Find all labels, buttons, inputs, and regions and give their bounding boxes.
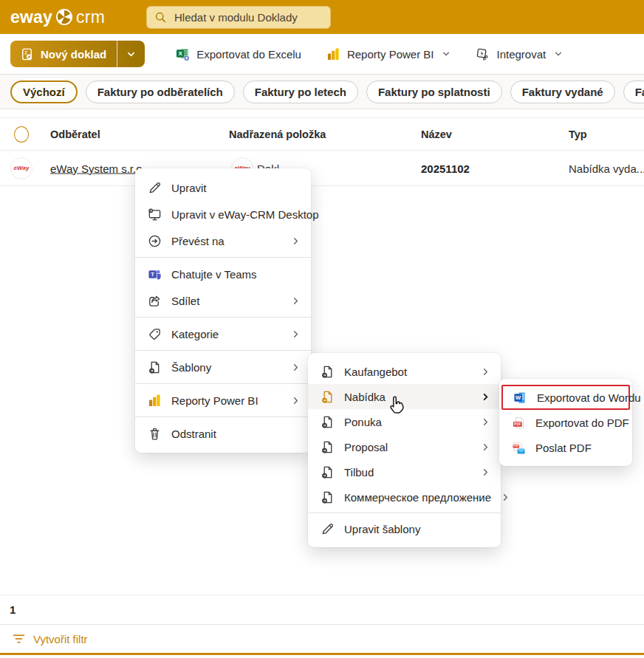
- integrate-label: Integrovat: [496, 48, 546, 61]
- pdf-icon: PDF: [511, 415, 526, 430]
- menu-item-odstranit[interactable]: Odstranit: [135, 420, 311, 447]
- filter-icon: [13, 634, 25, 644]
- chevron-right-icon: [481, 367, 490, 377]
- template-document-icon: [147, 360, 162, 374]
- eway-logo-icon: [55, 8, 73, 26]
- chevron-down-icon: [442, 49, 451, 58]
- share-icon: [147, 293, 162, 308]
- menu-divider: [135, 383, 311, 384]
- tag-icon: [147, 326, 162, 341]
- search-icon: [154, 11, 167, 24]
- filter-tab-faktury-vydane[interactable]: Faktury vydané: [510, 80, 615, 103]
- chevron-down-icon: [554, 49, 563, 58]
- chevron-right-icon: [501, 493, 510, 502]
- submenu-item-exportovat-do-wordu[interactable]: W Exportovat do Wordu: [501, 385, 630, 410]
- power-bi-icon: [326, 47, 340, 61]
- bottom-accent-line: [0, 653, 644, 655]
- menu-divider: [308, 513, 501, 513]
- menu-item-reporty-power-bi[interactable]: Reporty Power BI: [135, 387, 311, 414]
- submenu-item-nabidka[interactable]: Nabídka: [308, 384, 501, 409]
- filter-tab-vychozi[interactable]: Výchozí: [10, 80, 78, 103]
- menu-item-prevest-na[interactable]: Převést na: [135, 227, 311, 254]
- search-input[interactable]: [174, 11, 323, 24]
- pagination-bar: 1: [0, 594, 644, 624]
- send-pdf-icon: PDF: [511, 440, 526, 455]
- saved-filters-bar: Výchozí Faktury po odběratelích Faktury …: [0, 75, 644, 109]
- column-header-nadrazena-polozka[interactable]: Nadřazená položka: [229, 128, 326, 140]
- menu-divider: [135, 317, 311, 318]
- template-document-icon: [320, 414, 335, 429]
- menu-item-sablony[interactable]: Šablony: [135, 354, 311, 380]
- menu-item-upravit[interactable]: Upravit: [135, 174, 311, 201]
- template-document-icon: [320, 490, 335, 504]
- power-bi-menu-button[interactable]: Reporty Power BI: [326, 47, 451, 61]
- menu-item-kategorie[interactable]: Kategorie: [135, 321, 311, 347]
- submenu-item-proposal[interactable]: Proposal: [308, 434, 501, 459]
- eway-crm-app: eway crm Nový doklad: [0, 0, 644, 658]
- new-document-split-button[interactable]: Nový doklad: [10, 41, 145, 67]
- logo-text-eway: eway: [10, 7, 52, 27]
- page-number[interactable]: 1: [10, 603, 16, 616]
- filter-tab-faktury-prijate[interactable]: Faktury přijaté: [623, 80, 644, 103]
- arrow-circle-right-icon: [147, 233, 162, 248]
- export-excel-button[interactable]: X Exportovat do Excelu: [176, 47, 301, 61]
- menu-item-chatujte-v-teams[interactable]: T Chatujte v Teams: [135, 261, 311, 287]
- menu-divider: [135, 257, 311, 258]
- column-header-typ[interactable]: Typ: [569, 128, 587, 140]
- power-bi-label: Reporty Power BI: [347, 48, 434, 61]
- chevron-right-icon: [481, 442, 490, 452]
- chevron-right-icon: [291, 296, 301, 306]
- row-link-odberatel[interactable]: eWay System s.r.o.: [50, 162, 145, 174]
- template-document-icon: [320, 364, 335, 379]
- menu-item-upravit-desktop[interactable]: Upravit v eWay-CRM Desktop: [135, 201, 311, 227]
- submenu-item-tilbud[interactable]: Tilbud: [308, 459, 501, 484]
- new-document-dropdown[interactable]: [117, 41, 145, 67]
- chevron-right-icon: [291, 236, 301, 246]
- column-header-nazev[interactable]: Název: [421, 128, 452, 140]
- pencil-icon: [147, 180, 162, 195]
- templates-submenu: Kaufangebot Nabídka Ponuka Proposal: [308, 353, 501, 547]
- row-typ: Nabídka vyda...: [569, 162, 644, 174]
- desktop-app-icon: [147, 207, 162, 222]
- company-avatar: eWay: [10, 157, 32, 179]
- menu-divider: [135, 417, 311, 417]
- chevron-right-icon: [291, 329, 301, 339]
- filter-tab-faktury-po-splatnosti[interactable]: Faktury po splatnosti: [366, 80, 502, 103]
- submenu-item-kaufangebot[interactable]: Kaufangebot: [308, 359, 501, 384]
- table-row[interactable]: eWay eWay System s.r.o. eWay Dokl... 202…: [0, 151, 644, 186]
- select-all-checkbox[interactable]: [14, 126, 29, 143]
- svg-text:PDF: PDF: [513, 445, 518, 448]
- submenu-item-poslat-pdf[interactable]: PDF Poslat PDF: [499, 435, 632, 460]
- submenu-item-exportovat-do-pdf[interactable]: PDF Exportovat do PDF: [499, 410, 632, 435]
- integrate-icon: [476, 47, 490, 61]
- new-document-label: Nový doklad: [41, 48, 106, 61]
- filter-tab-faktury-po-odberatelich[interactable]: Faktury po odběratelích: [86, 80, 235, 103]
- submenu-item-ponuka[interactable]: Ponuka: [308, 409, 501, 434]
- svg-text:PDF: PDF: [514, 422, 521, 426]
- export-excel-label: Exportovat do Excelu: [196, 48, 301, 61]
- chevron-right-icon: [291, 363, 301, 372]
- filter-footer-bar: Vytvořit filtr: [0, 624, 644, 653]
- module-search[interactable]: [146, 6, 331, 29]
- svg-text:W: W: [515, 394, 521, 401]
- chevron-right-icon: [481, 392, 490, 402]
- pencil-icon: [320, 521, 335, 536]
- top-bar: eway crm: [0, 0, 644, 34]
- chevron-right-icon: [481, 417, 490, 427]
- column-header-odberatel[interactable]: Odběratel: [50, 128, 100, 140]
- logo-text-crm: crm: [76, 7, 105, 27]
- filter-tab-faktury-po-letech[interactable]: Faktury po letech: [243, 80, 358, 103]
- svg-text:T: T: [151, 271, 154, 278]
- integrate-menu-button[interactable]: Integrovat: [476, 47, 563, 61]
- menu-item-sdilet[interactable]: Sdílet: [135, 287, 311, 314]
- teams-icon: T: [147, 267, 162, 281]
- chevron-right-icon: [481, 467, 490, 477]
- submenu-item-upravit-sablony[interactable]: Upravit šablony: [308, 516, 501, 541]
- eway-crm-logo[interactable]: eway crm: [10, 7, 105, 27]
- grid-header-row: Odběratel Nadřazená položka Název Typ: [0, 117, 644, 151]
- create-filter-button[interactable]: Vytvořit filtr: [13, 633, 88, 645]
- template-document-icon: [320, 465, 335, 479]
- template-document-icon: [320, 389, 335, 404]
- row-context-menu: Upravit Upravit v eWay-CRM Desktop Převé…: [135, 168, 311, 453]
- submenu-item-kommercheskoe-predlozhenie[interactable]: Коммерческое предложение: [308, 484, 501, 510]
